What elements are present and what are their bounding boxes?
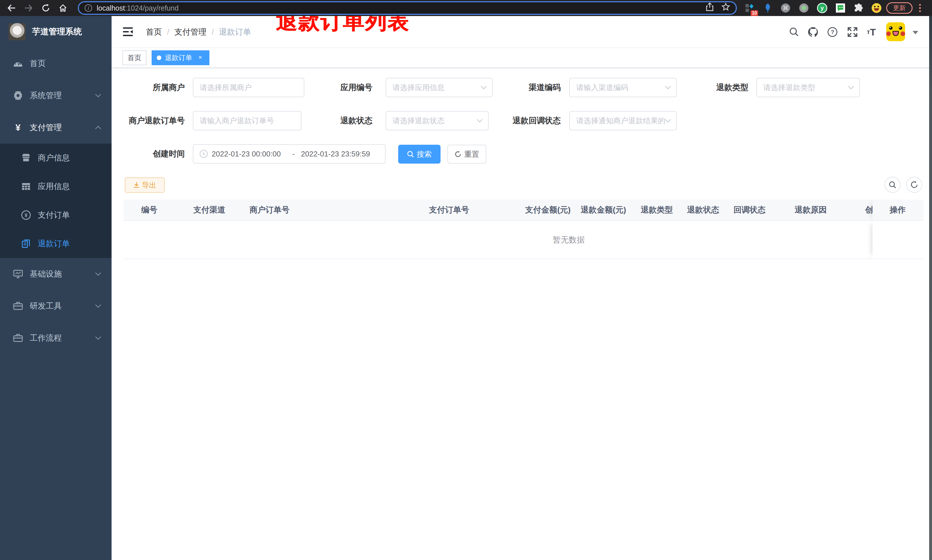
col-header: 编号 [141, 200, 157, 220]
notify-status-select[interactable]: 请选择通知商户退款结果的 [569, 111, 677, 131]
app-select[interactable]: 请选择应用信息 [386, 78, 493, 97]
github-icon[interactable] [805, 24, 821, 40]
monitor-icon [13, 269, 23, 279]
window-edge-scrollbar[interactable] [929, 16, 932, 560]
extension-kite-icon[interactable] [762, 2, 774, 14]
sidebar-item-refund-order[interactable]: 退款订单 [0, 229, 112, 258]
sidebar-item-merchant-info[interactable]: 商户信息 [0, 143, 112, 172]
refund-status-select[interactable]: 请选择退款状态 [386, 111, 489, 131]
browser-forward-icon[interactable] [22, 0, 35, 16]
sidebar-collapse-icon[interactable] [122, 26, 134, 38]
content-area [112, 68, 932, 560]
clock-icon [200, 150, 208, 158]
date-start-value[interactable]: 2022-01-23 00:00:00 [212, 149, 286, 158]
reset-button[interactable]: 重置 [448, 145, 486, 164]
date-end-value[interactable]: 2022-01-23 23:59:59 [301, 149, 375, 158]
chevron-down-icon [95, 334, 101, 340]
site-info-icon[interactable]: i [85, 4, 92, 12]
bookmark-star-icon[interactable] [721, 3, 730, 14]
gear-icon [13, 91, 23, 100]
url-text[interactable]: localhost:1024/pay/refund [97, 4, 706, 12]
refresh-table-button[interactable] [906, 177, 922, 193]
avatar-cheek [901, 31, 905, 36]
reset-button-label: 重置 [464, 149, 479, 159]
search-button-label: 搜索 [417, 149, 432, 159]
extension-y-icon[interactable]: y [817, 2, 828, 14]
chevron-down-icon [95, 92, 101, 97]
chevron-down-icon [848, 83, 854, 89]
placeholder-text: 请输入商户退款订单号 [200, 116, 295, 126]
placeholder-text: 请选择退款类型 [763, 83, 849, 93]
breadcrumb-pay[interactable]: 支付管理 [174, 26, 206, 37]
user-avatar[interactable] [886, 22, 905, 41]
sidebar-item-pay-order[interactable]: ¥ 支付订单 [0, 201, 112, 229]
avatar-mouth [892, 31, 899, 36]
date-separator: - [286, 149, 301, 158]
avatar-caret-icon[interactable] [912, 31, 918, 34]
header-search-icon[interactable] [786, 24, 802, 40]
svg-text:y: y [820, 5, 824, 11]
sidebar-item-workflow[interactable]: 工作流程 [0, 322, 112, 354]
sidebar-item-label: 研发工具 [30, 301, 62, 311]
col-header: 支付金额(元) [525, 200, 571, 220]
sidebar-item-system[interactable]: 系统管理 [0, 80, 112, 112]
breadcrumb: 首页 / 支付管理 / 退款订单 [146, 16, 251, 48]
col-header: 退款类型 [641, 200, 673, 220]
chevron-down-icon [95, 302, 101, 308]
svg-text:¥: ¥ [25, 212, 28, 218]
sidebar-item-label: 首页 [30, 58, 46, 69]
table-header: 编号 支付渠道 商户订单号 支付订单号 支付金额(元) 退款金额(元) 退款类型… [124, 200, 923, 221]
extension-grid-icon[interactable]: 10 [744, 2, 755, 14]
extension-emoji-icon[interactable] [871, 2, 882, 14]
share-icon[interactable] [706, 3, 714, 14]
breadcrumb-separator: / [167, 28, 169, 37]
browser-home-icon[interactable] [56, 0, 70, 16]
browser-reload-icon[interactable] [39, 0, 52, 16]
browser-menu-icon[interactable] [918, 3, 922, 13]
sidebar-item-home[interactable]: 首页 [0, 48, 112, 80]
breadcrumb-current: 退款订单 [219, 26, 251, 37]
sidebar-item-infra[interactable]: 基础设施 [0, 258, 112, 290]
sidebar-item-pay[interactable]: ¥ 支付管理 [0, 112, 112, 143]
extension-command-icon[interactable]: ⌘ [780, 2, 791, 14]
chevron-up-icon [95, 126, 101, 132]
export-button-label: 导出 [142, 180, 156, 190]
svg-text:⌘: ⌘ [783, 5, 788, 11]
sidebar-item-dev-tools[interactable]: 研发工具 [0, 290, 112, 322]
chevron-down-icon [665, 117, 671, 122]
sidebar-item-label: 支付订单 [38, 210, 70, 220]
col-header-action: 操作 [890, 200, 906, 220]
tag-close-icon[interactable]: × [196, 54, 204, 62]
address-bar[interactable]: i localhost:1024/pay/refund [78, 1, 737, 15]
browser-update-button[interactable]: 更新 [886, 2, 912, 14]
channel-select[interactable]: 请输入渠道编码 [569, 78, 677, 97]
search-button[interactable]: 搜索 [398, 145, 441, 164]
avatar-cheek [886, 31, 891, 36]
tag-home[interactable]: 首页 [122, 50, 146, 65]
toggle-search-button[interactable] [884, 177, 901, 193]
extensions-puzzle-icon[interactable] [853, 2, 864, 14]
toolbox-icon [13, 333, 23, 343]
sidebar-item-label: 商户信息 [38, 152, 70, 163]
breadcrumb-home[interactable]: 首页 [146, 26, 162, 37]
create-time-range-picker[interactable]: 2022-01-23 00:00:00 - 2022-01-23 23:59:5… [193, 144, 386, 164]
extension-chat-icon[interactable] [835, 2, 846, 14]
sidebar-item-app-info[interactable]: 应用信息 [0, 172, 112, 201]
extension-record-icon[interactable] [798, 2, 810, 14]
browser-back-icon[interactable] [5, 0, 18, 16]
grid-table-icon [21, 182, 31, 191]
export-button[interactable]: 导出 [125, 177, 165, 193]
shop-icon [21, 153, 31, 163]
sidebar-logo[interactable]: 芋道管理系统 [0, 16, 112, 48]
app-title: 芋道管理系统 [32, 26, 82, 37]
fullscreen-icon[interactable] [844, 24, 860, 40]
col-header: 退款状态 [687, 200, 719, 220]
font-size-icon[interactable]: тT [863, 24, 880, 40]
tag-refund-order[interactable]: 退款订单 × [152, 50, 209, 65]
refund-type-select[interactable]: 请选择退款类型 [757, 78, 860, 97]
merchant-select-input[interactable]: 请选择所属商户 [193, 78, 305, 97]
merchant-refund-no-input[interactable]: 请输入商户退款订单号 [193, 111, 301, 131]
table-body: 暂无数据 [124, 221, 923, 259]
tag-label: 首页 [128, 53, 141, 62]
help-icon[interactable]: ? [824, 24, 840, 40]
